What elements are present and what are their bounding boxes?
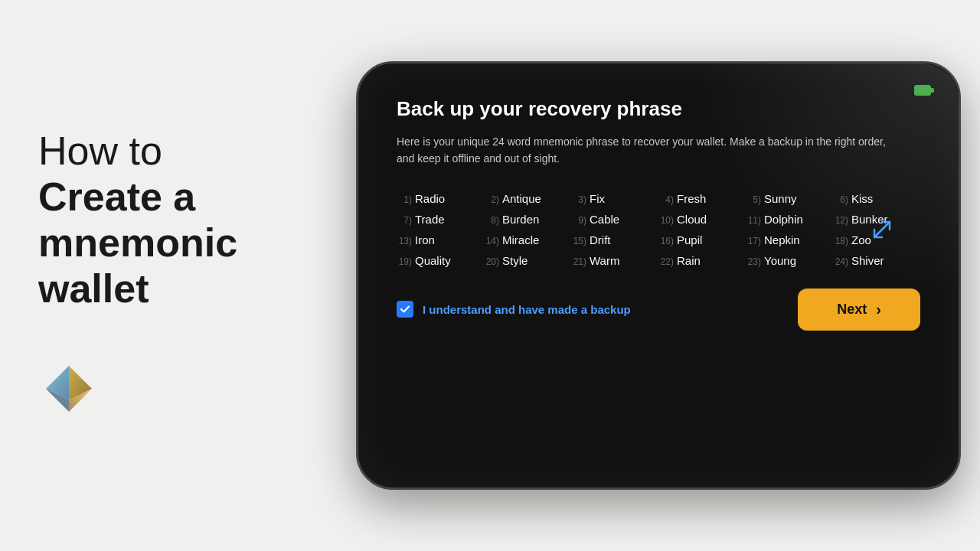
word-text: Drift bbox=[590, 233, 611, 246]
word-text: Young bbox=[764, 254, 796, 267]
word-number: 19) bbox=[397, 256, 412, 267]
word-text: Antique bbox=[502, 192, 541, 205]
word-item: 6)Kiss bbox=[833, 192, 920, 205]
next-button-label: Next bbox=[837, 302, 867, 318]
word-text: Zoo bbox=[851, 233, 871, 246]
word-item: 4)Fresh bbox=[658, 192, 746, 205]
word-item: 15)Drift bbox=[571, 233, 658, 246]
word-item: 1)Radio bbox=[397, 192, 484, 205]
word-text: Cable bbox=[590, 213, 619, 226]
word-item: 13)Iron bbox=[397, 233, 484, 246]
word-text: Pupil bbox=[677, 233, 702, 246]
word-text: Iron bbox=[415, 233, 435, 246]
word-text: Trade bbox=[415, 213, 445, 226]
heading-line2: Create a bbox=[38, 174, 314, 220]
word-text: Fix bbox=[590, 192, 605, 205]
word-text: Rain bbox=[677, 254, 701, 267]
word-number: 12) bbox=[833, 215, 848, 226]
next-chevron-icon: › bbox=[876, 301, 881, 318]
words-grid: 1)Radio2)Antique3)Fix4)Fresh5)Sunny6)Kis… bbox=[397, 192, 920, 267]
words-section: 1)Radio2)Antique3)Fix4)Fresh5)Sunny6)Kis… bbox=[397, 192, 920, 267]
word-number: 5) bbox=[746, 194, 761, 205]
word-item: 24)Shiver bbox=[833, 254, 920, 267]
word-number: 24) bbox=[833, 256, 848, 267]
word-item: 9)Cable bbox=[571, 213, 658, 226]
word-text: Fresh bbox=[677, 192, 706, 205]
word-number: 2) bbox=[484, 194, 499, 205]
expand-icon[interactable] bbox=[871, 219, 893, 240]
screen-description: Here is your unique 24 word mnemonic phr… bbox=[397, 133, 887, 168]
battery-icon bbox=[914, 85, 931, 96]
checkbox-text: I understand and have made a backup bbox=[423, 303, 631, 316]
word-item: 3)Fix bbox=[571, 192, 658, 205]
next-button[interactable]: Next › bbox=[798, 289, 920, 331]
word-item: 8)Burden bbox=[484, 213, 571, 226]
footer-area: I understand and have made a backup Next… bbox=[397, 289, 920, 331]
word-text: Shiver bbox=[851, 254, 884, 267]
heading-line1: How to bbox=[38, 129, 314, 174]
page-heading: How to Create a mnemonic wallet bbox=[38, 129, 314, 311]
right-panel: Back up your recovery phrase Here is you… bbox=[352, 0, 980, 551]
logo-container bbox=[38, 358, 314, 422]
heading-line4: wallet bbox=[38, 266, 314, 312]
word-number: 20) bbox=[484, 256, 499, 267]
word-text: Radio bbox=[415, 192, 445, 205]
word-number: 7) bbox=[397, 215, 412, 226]
word-text: Quality bbox=[415, 254, 451, 267]
word-number: 9) bbox=[571, 215, 586, 226]
word-item: 16)Pupil bbox=[658, 233, 746, 246]
word-number: 4) bbox=[658, 194, 674, 205]
word-number: 15) bbox=[571, 236, 586, 246]
word-number: 11) bbox=[746, 215, 761, 226]
word-item: 21)Warm bbox=[571, 254, 658, 267]
word-text: Warm bbox=[590, 254, 619, 267]
word-number: 6) bbox=[833, 194, 848, 205]
screen-content: Back up your recovery phrase Here is you… bbox=[358, 64, 959, 487]
word-item: 20)Style bbox=[484, 254, 571, 267]
word-text: Nepkin bbox=[764, 233, 800, 246]
word-item: 10)Cloud bbox=[658, 213, 746, 226]
backup-checkbox-label[interactable]: I understand and have made a backup bbox=[397, 301, 631, 318]
backup-checkbox[interactable] bbox=[397, 301, 413, 318]
word-number: 22) bbox=[658, 256, 674, 267]
word-number: 10) bbox=[658, 215, 674, 226]
heading-line3: mnemonic bbox=[38, 220, 314, 266]
word-text: Style bbox=[502, 254, 528, 267]
word-number: 14) bbox=[484, 236, 499, 246]
word-number: 3) bbox=[571, 194, 586, 205]
screen-title: Back up your recovery phrase bbox=[397, 97, 920, 121]
device-frame: Back up your recovery phrase Here is you… bbox=[356, 61, 961, 490]
word-text: Cloud bbox=[677, 213, 707, 226]
word-item: 7)Trade bbox=[397, 213, 484, 226]
word-text: Kiss bbox=[851, 192, 873, 205]
word-text: Miracle bbox=[502, 233, 539, 246]
svg-line-4 bbox=[874, 222, 890, 237]
word-item: 5)Sunny bbox=[746, 192, 833, 205]
word-number: 23) bbox=[746, 256, 761, 267]
word-number: 18) bbox=[833, 236, 848, 246]
word-item: 22)Rain bbox=[658, 254, 746, 267]
word-number: 1) bbox=[397, 194, 412, 205]
app-logo bbox=[38, 358, 100, 419]
word-text: Burden bbox=[502, 213, 539, 226]
word-text: Sunny bbox=[764, 192, 797, 205]
word-number: 13) bbox=[397, 236, 412, 246]
word-text: Dolphin bbox=[764, 213, 803, 226]
word-item: 23)Young bbox=[746, 254, 833, 267]
word-item: 2)Antique bbox=[484, 192, 571, 205]
word-number: 17) bbox=[746, 236, 761, 246]
left-panel: How to Create a mnemonic wallet bbox=[0, 0, 352, 551]
word-number: 8) bbox=[484, 215, 499, 226]
word-item: 14)Miracle bbox=[484, 233, 571, 246]
word-item: 17)Nepkin bbox=[746, 233, 833, 246]
word-number: 21) bbox=[571, 256, 586, 267]
word-number: 16) bbox=[658, 236, 674, 246]
word-item: 11)Dolphin bbox=[746, 213, 833, 226]
word-item: 19)Quality bbox=[397, 254, 484, 267]
